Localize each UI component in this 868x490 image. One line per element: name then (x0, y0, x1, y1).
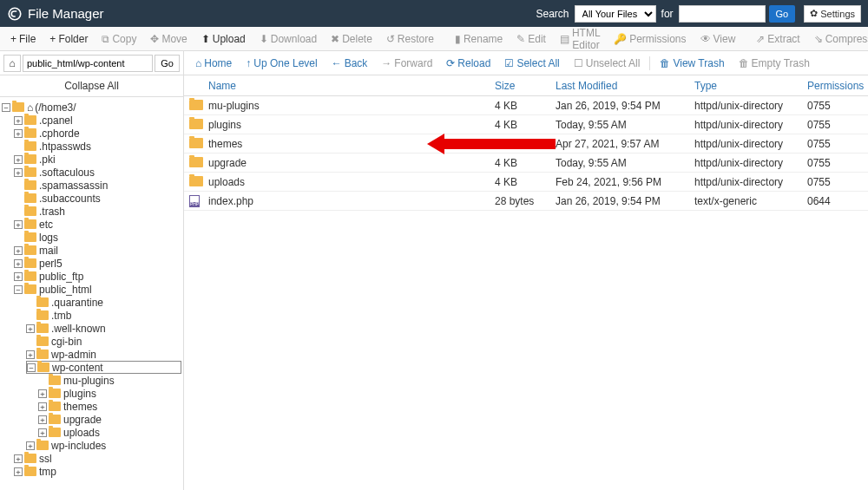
download-button[interactable]: ⬇Download (253, 29, 324, 49)
nav-unselectall-button[interactable]: ☐Unselect All (568, 55, 647, 72)
nav-emptytrash-button[interactable]: 🗑Empty Trash (733, 55, 816, 72)
nav-viewtrash-button[interactable]: 🗑View Trash (654, 55, 730, 72)
nav-selectall-button[interactable]: ☑Select All (498, 55, 565, 72)
tree-item[interactable]: +.well-known (26, 322, 181, 335)
tree-item[interactable]: .quarantine (26, 296, 181, 309)
tree-item[interactable]: −wp-content (26, 361, 181, 374)
tree-item[interactable]: .trash (14, 205, 181, 218)
rename-button[interactable]: ▮Rename (448, 29, 510, 49)
delete-button[interactable]: ✖Delete (324, 29, 379, 49)
tree-item[interactable]: +perl5 (14, 257, 181, 270)
col-size[interactable]: Size (495, 80, 556, 92)
expand-icon[interactable]: − (14, 285, 23, 294)
settings-button[interactable]: ✿ Settings (804, 5, 861, 23)
new-folder-button[interactable]: +Folder (43, 29, 95, 49)
tree-item[interactable]: +public_ftp (14, 270, 181, 283)
view-button[interactable]: 👁View (694, 29, 743, 49)
tree-item[interactable]: .subaccounts (14, 192, 181, 205)
tree-item[interactable]: +wp-includes (26, 439, 181, 452)
nav-forward-button[interactable]: →Forward (375, 55, 438, 72)
expand-icon[interactable]: + (14, 272, 23, 281)
tree-item[interactable]: +wp-admin (26, 348, 181, 361)
cell-name: mu-plugins (208, 100, 495, 112)
collapse-icon[interactable]: − (2, 103, 10, 112)
expand-icon[interactable]: + (26, 324, 35, 333)
tree-item[interactable]: logs (14, 231, 181, 244)
expand-icon[interactable]: + (14, 220, 23, 229)
expand-icon[interactable]: + (14, 454, 23, 463)
tree-item[interactable]: +tmp (14, 465, 181, 478)
tree-item[interactable]: −public_html (14, 283, 181, 296)
search-scope-select[interactable]: All Your Files (575, 5, 656, 23)
tree-item[interactable]: .spamassassin (14, 179, 181, 192)
tree-item[interactable]: +.softaculous (14, 166, 181, 179)
restore-button[interactable]: ↺Restore (379, 29, 441, 49)
permissions-button[interactable]: 🔑Permissions (607, 29, 693, 49)
html-editor-button[interactable]: ▤HTML Editor (553, 23, 607, 55)
expand-icon[interactable]: + (26, 350, 35, 359)
upload-button[interactable]: ⬆Upload (194, 29, 253, 49)
table-row[interactable]: upgrade4 KBToday, 9:55 AMhttpd/unix-dire… (184, 154, 868, 173)
edit-button[interactable]: ✎Edit (510, 29, 553, 49)
new-file-button[interactable]: +File (3, 29, 43, 49)
expand-icon[interactable]: + (38, 415, 47, 424)
col-type[interactable]: Type (694, 80, 807, 92)
cell-type: httpd/unix-directory (694, 100, 807, 112)
folder-icon (36, 441, 49, 450)
expand-icon[interactable]: + (38, 428, 47, 437)
expand-icon[interactable]: + (14, 116, 23, 125)
trash-icon: 🗑 (739, 57, 749, 69)
tree-item[interactable]: +ssl (14, 452, 181, 465)
expand-icon[interactable]: + (14, 246, 23, 255)
cell-name: plugins (208, 119, 495, 131)
tree-item[interactable]: +upgrade (38, 413, 181, 426)
expand-icon[interactable]: + (38, 389, 47, 398)
table-row[interactable]: uploads4 KBFeb 24, 2021, 9:56 PMhttpd/un… (184, 173, 868, 192)
compress-button[interactable]: ⇘Compress (807, 29, 868, 49)
path-go-button[interactable]: Go (155, 55, 180, 72)
search-go-button[interactable]: Go (769, 5, 796, 23)
nav-up-button[interactable]: ↑Up One Level (240, 55, 323, 72)
tree-item[interactable]: +.cphorde (14, 127, 181, 140)
tree-item[interactable]: +plugins (38, 387, 181, 400)
path-home-button[interactable]: ⌂ (3, 55, 21, 72)
folder-icon (24, 454, 36, 463)
tree-item[interactable]: +.cpanel (14, 114, 181, 127)
folder-icon (24, 284, 36, 294)
col-name[interactable]: Name (208, 80, 495, 92)
col-modified[interactable]: Last Modified (556, 80, 694, 92)
expand-icon[interactable]: + (26, 441, 35, 450)
tree-item[interactable]: +.pki (14, 153, 181, 166)
expand-icon[interactable]: − (27, 363, 36, 372)
tree-item[interactable]: .tmb (26, 309, 181, 322)
tree-label: public_html (39, 283, 92, 297)
expand-icon[interactable]: + (14, 155, 23, 164)
tree-item[interactable]: mu-plugins (38, 374, 181, 387)
path-input[interactable] (23, 55, 153, 72)
table-row[interactable]: plugins4 KBToday, 9:55 AMhttpd/unix-dire… (184, 115, 868, 134)
nav-back-button[interactable]: ←Back (326, 55, 374, 72)
table-row[interactable]: index.php28 bytesJan 26, 2019, 9:54 PMte… (184, 192, 868, 211)
tree-root[interactable]: − ⌂ (/home3/ (2, 101, 181, 114)
tree-item[interactable]: +etc (14, 218, 181, 231)
tree-item[interactable]: +themes (38, 400, 181, 413)
copy-button[interactable]: ⧉Copy (95, 29, 143, 49)
expand-icon[interactable]: + (14, 467, 23, 476)
tree-item[interactable]: +uploads (38, 426, 181, 439)
search-input[interactable] (679, 5, 766, 23)
tree-item[interactable]: cgi-bin (26, 335, 181, 348)
col-permissions[interactable]: Permissions (807, 80, 868, 92)
expand-icon[interactable]: + (14, 129, 23, 138)
extract-button[interactable]: ⇗Extract (749, 29, 806, 49)
collapse-all-button[interactable]: Collapse All (0, 75, 183, 97)
tree-item[interactable]: +mail (14, 244, 181, 257)
tree-item[interactable]: .htpasswds (14, 140, 181, 153)
expand-icon[interactable]: + (14, 259, 23, 268)
expand-icon[interactable]: + (38, 402, 47, 411)
table-row[interactable]: mu-plugins4 KBJan 26, 2019, 9:54 PMhttpd… (184, 96, 868, 115)
table-row[interactable]: themes4 KBApr 27, 2021, 9:57 AMhttpd/uni… (184, 134, 868, 154)
nav-reload-button[interactable]: ⟳Reload (440, 55, 496, 72)
move-button[interactable]: ✥Move (143, 29, 194, 49)
nav-home-button[interactable]: ⌂Home (189, 55, 238, 72)
expand-icon[interactable]: + (14, 168, 23, 177)
